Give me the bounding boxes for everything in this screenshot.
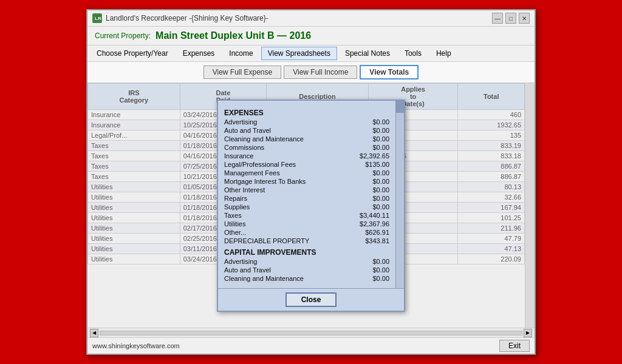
popup-item: Management Fees$0.00 [224,169,389,177]
menu-tools[interactable]: Tools [398,47,428,60]
view-totals-button[interactable]: View Totals [360,65,419,79]
minimize-button[interactable]: — [492,13,503,24]
popup-item: Mortgage Interest To Banks$0.00 [224,177,389,186]
popup-item-value: $2,367.96 [347,220,389,228]
title-bar-controls: — □ ✕ [492,13,530,24]
popup-item: Utilities$2,367.96 [224,220,389,228]
popup-item-label: Taxes [224,212,347,219]
popup-item: Supplies$0.00 [224,203,389,211]
app-icon: LR [92,13,102,23]
popup-item-value: $0.00 [347,195,389,202]
popup-item-label: Commissions [224,144,347,151]
window-title: Landlord's Recordkeeper -{Shining Key So… [106,14,268,22]
popup-item-value: $0.00 [347,275,389,282]
scroll-left-arrow[interactable]: ◀ [90,329,98,337]
popup-section-header: CAPITAL IMPROVEMENTS [224,248,389,257]
bottom-scroll[interactable]: ◀ ▶ [87,328,535,337]
popup-footer: Close [218,288,404,311]
popup-item: Legal/Professional Fees$135.00 [224,160,389,169]
popup-body: EXPENSESAdvertising$0.00Auto and Travel$… [218,101,404,288]
property-label: Current Property: [95,32,151,40]
popup-item-value: $0.00 [347,118,389,126]
scroll-right-arrow[interactable]: ▶ [524,329,532,337]
popup-item-label: Advertising [224,118,347,126]
maximize-button[interactable]: □ [505,13,516,24]
popup-item-label: Other Interest [224,186,347,194]
close-button[interactable]: ✕ [519,13,530,24]
popup-item-label: Other... [224,229,347,236]
popup-item: Other Interest$0.00 [224,186,389,194]
popup-item-value: $135.00 [347,161,389,168]
status-text: www.shiningkeysoftware.com [92,342,180,349]
property-name: Main Street Duplex Unit B — 2016 [156,30,311,41]
popup-item-value: $0.00 [347,186,389,194]
main-content: IRSCategory DatePaid Description Applies… [87,83,535,328]
popup-item: Taxes$3,440.11 [224,211,389,220]
popup-scrollbar[interactable] [395,101,404,288]
popup-item-label: Insurance [224,152,347,160]
popup-item-label: Mortgage Interest To Banks [224,178,347,185]
menu-choose-property[interactable]: Choose Property/Year [90,47,175,60]
exit-button[interactable]: Exit [499,340,530,352]
popup-item-value: $0.00 [347,169,389,177]
popup-item: Insurance$2,392.65 [224,152,389,160]
popup-item-label: Auto and Travel [224,266,347,274]
popup-item-label: Cleaning and Maintenance [224,135,347,143]
popup-item-value: $0.00 [347,127,389,134]
popup-item-value: $3,440.11 [347,212,389,219]
popup-item-label: Supplies [224,203,347,211]
menu-view-spreadsheets[interactable]: View Spreadsheets [261,47,337,60]
popup-overlay: EXPENSESAdvertising$0.00Auto and Travel$… [87,83,535,328]
popup-item-label: Utilities [224,220,347,228]
popup-section-header: EXPENSES [224,108,389,118]
popup-item-value: $0.00 [347,203,389,211]
popup-item-value: $343.81 [347,237,389,244]
close-popup-button[interactable]: Close [285,292,337,307]
popup-item: Other...$626.91 [224,228,389,237]
popup-item-label: Advertising [224,258,347,265]
popup-item: Advertising$0.00 [224,257,389,266]
view-full-expense-button[interactable]: View Full Expense [203,66,282,79]
menu-expenses[interactable]: Expenses [176,47,222,60]
menu-bar: Choose Property/Year Expenses Income Vie… [87,46,535,62]
popup-item: Commissions$0.00 [224,143,389,152]
toolbar: View Full Expense View Full Income View … [87,62,535,83]
popup-item-label: Cleaning and Maintenance [224,275,347,282]
scroll-thumb [396,101,404,113]
scroll-track [100,331,522,335]
menu-income[interactable]: Income [222,47,259,60]
menu-special-notes[interactable]: Special Notes [338,47,397,60]
popup-item: Cleaning and Maintenance$0.00 [224,135,389,143]
popup-item-label: Management Fees [224,169,347,177]
popup-item-label: Legal/Professional Fees [224,161,347,168]
popup-item: Auto and Travel$0.00 [224,266,389,274]
property-bar: Current Property: Main Street Duplex Uni… [87,27,535,46]
popup-item: Repairs$0.00 [224,194,389,203]
popup-item-value: $0.00 [347,178,389,185]
popup-item: Advertising$0.00 [224,118,389,126]
popup-item-value: $0.00 [347,266,389,274]
popup-item-value: $0.00 [347,135,389,143]
view-full-income-button[interactable]: View Full Income [284,66,357,79]
menu-help[interactable]: Help [429,47,458,60]
popup-item-value: $2,392.65 [347,152,389,160]
main-window: LR Landlord's Recordkeeper -{Shining Key… [86,9,536,355]
title-bar-left: LR Landlord's Recordkeeper -{Shining Key… [92,13,268,23]
totals-popup: EXPENSESAdvertising$0.00Auto and Travel$… [217,99,405,312]
bottom-bar: www.shiningkeysoftware.com Exit [87,337,535,354]
popup-item: Cleaning and Maintenance$0.00 [224,274,389,283]
popup-item-value: $626.91 [347,229,389,236]
popup-item-label: Auto and Travel [224,127,347,134]
svg-text:LR: LR [95,16,101,21]
popup-content[interactable]: EXPENSESAdvertising$0.00Auto and Travel$… [218,101,395,288]
popup-item-value: $0.00 [347,144,389,151]
title-bar: LR Landlord's Recordkeeper -{Shining Key… [87,10,535,27]
popup-item-value: $0.00 [347,258,389,265]
popup-item: Auto and Travel$0.00 [224,126,389,135]
popup-item-label: DEPRECIABLE PROPERTY [224,237,347,244]
popup-item-label: Repairs [224,195,347,202]
popup-item: DEPRECIABLE PROPERTY$343.81 [224,237,389,245]
